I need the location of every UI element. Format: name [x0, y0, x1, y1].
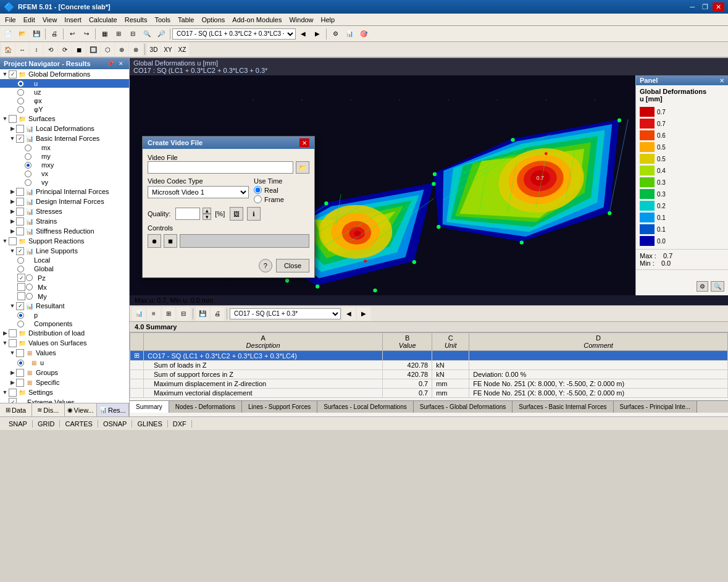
stop-button[interactable]: ⏹	[164, 234, 177, 248]
video-file-row: 📁	[148, 161, 309, 174]
video-file-label: Video File	[148, 154, 209, 161]
frame-radio[interactable]	[254, 195, 262, 203]
dialog-close-button[interactable]: ✕	[299, 138, 309, 147]
spin-buttons: ▲ ▼	[203, 208, 211, 220]
quality-input[interactable]: 100	[175, 208, 200, 220]
codec-label: Video Codec Type	[148, 177, 249, 185]
dialog-footer: ? Close	[143, 256, 314, 277]
quality-unit: [%]	[215, 210, 225, 217]
quality-up-button[interactable]: ▲	[203, 208, 211, 214]
time-radios: Real Frame	[254, 186, 309, 203]
quality-down-button[interactable]: ▼	[203, 214, 211, 220]
dialog-body: Video File 📁 Video Codec Type Microsoft …	[143, 149, 314, 256]
use-time-section: Use Time Real Frame	[254, 177, 309, 203]
real-radio-row: Real	[254, 186, 309, 194]
dialog-close-btn[interactable]: Close	[276, 259, 309, 272]
video-file-input[interactable]	[148, 161, 293, 174]
quality-screenshot-button[interactable]: 🖼	[230, 207, 243, 221]
dialog-title-text: Create Video File	[148, 139, 203, 146]
browse-button[interactable]: 📁	[296, 161, 309, 174]
controls-section: Controls ⏺ ⏹	[148, 224, 309, 248]
codec-combo[interactable]: Microsoft Video 1	[148, 186, 249, 198]
frame-radio-row: Frame	[254, 195, 309, 203]
frame-label: Frame	[264, 196, 284, 203]
dialog-title-bar[interactable]: Create Video File ✕	[143, 137, 314, 149]
create-video-dialog: Create Video File ✕ Video File 📁 Video C…	[142, 136, 315, 278]
codec-time-row: Video Codec Type Microsoft Video 1 Use T…	[148, 177, 309, 203]
video-file-section: Video File 📁	[148, 154, 309, 174]
controls-buttons: ⏺ ⏹	[148, 234, 309, 248]
quality-row: Quality: 100 ▲ ▼ [%] 🖼 ℹ	[148, 207, 309, 221]
dialog-help-button[interactable]: ?	[259, 259, 272, 272]
real-radio[interactable]	[254, 186, 262, 194]
play-button[interactable]: ⏺	[148, 234, 161, 248]
progress-bar	[180, 234, 309, 248]
quality-label: Quality:	[148, 210, 170, 217]
controls-label: Controls	[148, 224, 309, 232]
codec-section: Video Codec Type Microsoft Video 1	[148, 177, 249, 203]
quality-info-button[interactable]: ℹ	[247, 207, 261, 221]
dialog-overlay: Create Video File ✕ Video File 📁 Video C…	[0, 0, 728, 582]
use-time-label: Use Time	[254, 177, 309, 185]
real-label: Real	[264, 187, 278, 194]
